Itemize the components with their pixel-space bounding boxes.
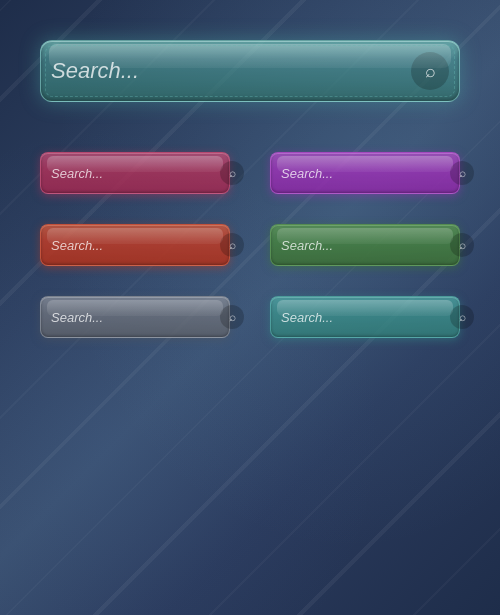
search-bar-red-wrapper: ⌕	[40, 224, 230, 266]
search-button-red[interactable]: ⌕	[220, 233, 244, 257]
search-button-pink[interactable]: ⌕	[220, 161, 244, 185]
search-bar-pink-wrapper: ⌕	[40, 152, 230, 194]
search-icon-gray: ⌕	[229, 310, 236, 324]
search-button-purple[interactable]: ⌕	[450, 161, 474, 185]
search-bar-purple-wrapper: ⌕	[270, 152, 460, 194]
search-icon-red: ⌕	[229, 238, 236, 252]
search-bar-gray-wrapper: ⌕	[40, 296, 230, 338]
search-input-pink[interactable]	[51, 166, 220, 181]
search-button-gray[interactable]: ⌕	[220, 305, 244, 329]
search-button-teal[interactable]: ⌕	[450, 305, 474, 329]
search-bar-green[interactable]: ⌕	[270, 224, 460, 266]
search-bar-teal[interactable]: ⌕	[270, 296, 460, 338]
search-button-large[interactable]: ⌕	[411, 52, 449, 90]
search-input-purple[interactable]	[281, 166, 450, 181]
main-container: ⌕ ⌕ ⌕	[0, 0, 500, 615]
search-bar-teal-wrapper: ⌕	[270, 296, 460, 338]
search-icon-pink: ⌕	[229, 166, 236, 180]
search-bar-large[interactable]: ⌕	[40, 40, 460, 102]
search-input-gray[interactable]	[51, 310, 220, 325]
search-bar-large-wrapper: ⌕	[40, 40, 460, 102]
search-row-1: ⌕ ⌕	[40, 152, 460, 194]
search-row-2: ⌕ ⌕	[40, 224, 460, 266]
search-icon-large: ⌕	[425, 61, 436, 82]
search-input-teal[interactable]	[281, 310, 450, 325]
search-bar-red[interactable]: ⌕	[40, 224, 230, 266]
search-icon-teal: ⌕	[459, 310, 466, 324]
search-bar-green-wrapper: ⌕	[270, 224, 460, 266]
search-bar-gray[interactable]: ⌕	[40, 296, 230, 338]
search-icon-green: ⌕	[459, 238, 466, 252]
search-button-green[interactable]: ⌕	[450, 233, 474, 257]
search-bar-pink[interactable]: ⌕	[40, 152, 230, 194]
search-bar-purple[interactable]: ⌕	[270, 152, 460, 194]
search-input-red[interactable]	[51, 238, 220, 253]
search-row-3: ⌕ ⌕	[40, 296, 460, 338]
search-input-large[interactable]	[51, 58, 411, 84]
search-input-green[interactable]	[281, 238, 450, 253]
search-icon-purple: ⌕	[459, 166, 466, 180]
